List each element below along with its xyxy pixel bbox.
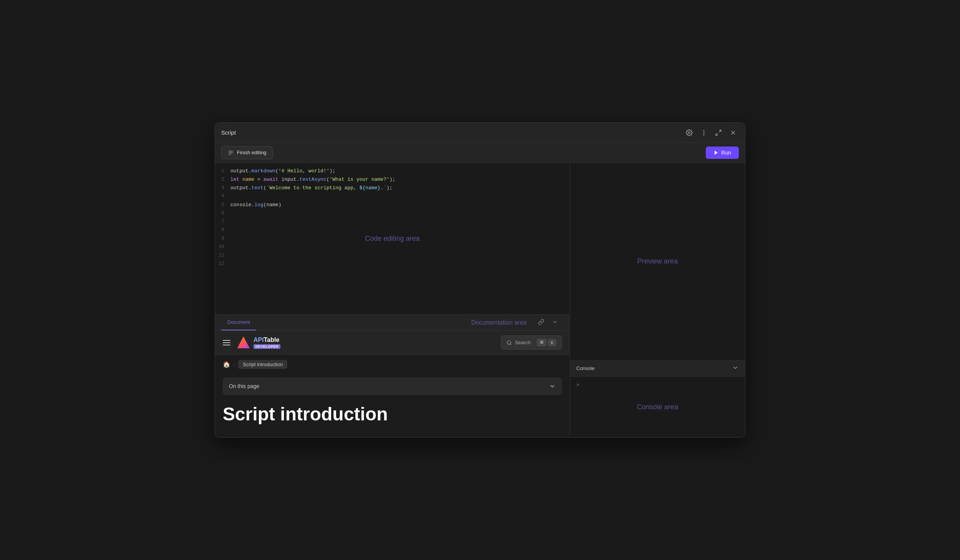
code-line-3: 3 output.text(`Welcome to the scripting … <box>215 184 570 193</box>
chevron-down-icon <box>549 383 556 390</box>
svg-marker-11 <box>715 150 718 155</box>
code-line-12: 12 <box>215 260 570 269</box>
finish-editing-label: Finish editing <box>237 150 267 155</box>
svg-point-3 <box>703 134 705 135</box>
search-key1: ⌘ <box>537 339 547 346</box>
svg-point-2 <box>703 132 705 133</box>
link-icon <box>538 319 544 325</box>
run-label: Run <box>721 150 731 156</box>
code-line-8: 8 <box>215 227 570 235</box>
code-line-11: 11 <box>215 252 570 260</box>
on-this-page-label: On this page <box>229 383 259 389</box>
docs-nav-left: APITable DEVELOPER <box>223 336 280 350</box>
svg-line-5 <box>716 133 718 135</box>
code-editor[interactable]: 1 output.markdown('# Hello, world!'); 2 … <box>215 163 570 314</box>
console-header: Console <box>570 360 745 377</box>
svg-point-1 <box>703 130 705 131</box>
link-button[interactable] <box>536 317 547 329</box>
app-window: Script <box>215 122 745 438</box>
search-key2: K <box>548 339 556 346</box>
expand-button[interactable] <box>713 127 724 138</box>
collapse-docs-button[interactable] <box>550 317 560 329</box>
logo-name: APITable <box>253 337 280 343</box>
titlebar: Script <box>215 123 745 143</box>
docs-tabs: Document Documentation area <box>215 315 570 331</box>
line-num-5: 5 <box>215 202 230 208</box>
chevron-down-icon <box>552 319 558 325</box>
docs-navbar: APITable DEVELOPER Search <box>215 331 570 355</box>
close-button[interactable] <box>727 127 739 138</box>
code-line-5: 5 console.log(name) <box>215 201 570 210</box>
line-num-11: 11 <box>215 253 230 258</box>
code-editor-inner[interactable]: 1 output.markdown('# Hello, world!'); 2 … <box>215 163 570 314</box>
docs-area-label-tab: Documentation area <box>471 319 527 326</box>
console-collapse-button[interactable] <box>732 364 739 372</box>
right-panel: Preview area Console > Console area <box>570 163 745 437</box>
svg-line-4 <box>719 130 721 132</box>
finish-editing-button[interactable]: Finish editing <box>221 146 273 159</box>
on-this-page-section[interactable]: On this page <box>223 377 562 395</box>
breadcrumb-current[interactable]: Script introduction <box>238 360 287 369</box>
chevron-down-icon <box>732 364 739 371</box>
logo-text: APITable DEVELOPER <box>253 337 280 349</box>
code-line-9: 9 <box>215 235 570 243</box>
more-options-button[interactable] <box>698 127 710 138</box>
docs-content[interactable]: APITable DEVELOPER Search <box>215 331 570 437</box>
window-title: Script <box>221 129 236 136</box>
code-line-6: 6 <box>215 210 570 218</box>
titlebar-actions <box>683 127 739 138</box>
console-prompt: > <box>576 382 579 388</box>
docs-panel: Document Documentation area <box>215 314 570 437</box>
svg-point-0 <box>688 132 690 133</box>
search-icon <box>507 340 512 345</box>
line-num-9: 9 <box>215 236 230 241</box>
api-table-logo: APITable DEVELOPER <box>237 336 280 350</box>
line-num-1: 1 <box>215 168 230 174</box>
hamburger-button[interactable] <box>223 340 230 345</box>
line-num-6: 6 <box>215 210 230 216</box>
expand-icon <box>715 129 722 136</box>
lines-icon <box>228 150 234 156</box>
line-num-7: 7 <box>215 219 230 224</box>
logo-api: API <box>253 337 264 343</box>
main-content: 1 output.markdown('# Hello, world!'); 2 … <box>215 163 745 437</box>
line-content-1: output.markdown('# Hello, world!'); <box>230 168 335 174</box>
tab-document[interactable]: Document <box>221 315 256 330</box>
line-num-12: 12 <box>215 261 230 267</box>
close-icon <box>730 129 737 136</box>
svg-point-13 <box>507 340 510 344</box>
console-content[interactable]: > Console area <box>570 377 745 437</box>
breadcrumb-home-icon[interactable]: 🏠 <box>223 361 230 368</box>
console-area-label: Console area <box>637 403 678 411</box>
breadcrumb-separator: › <box>233 362 235 367</box>
code-line-2: 2 let name = await input.textAsync('What… <box>215 176 570 184</box>
line-num-8: 8 <box>215 227 230 233</box>
preview-label: Preview area <box>637 257 678 265</box>
console-panel: Console > Console area <box>570 360 745 437</box>
settings-button[interactable] <box>683 127 695 138</box>
line-num-10: 10 <box>215 244 230 250</box>
line-num-4: 4 <box>215 193 230 199</box>
svg-marker-12 <box>237 336 250 348</box>
docs-actions: Documentation area <box>471 317 563 329</box>
page-heading: Script introduction <box>215 398 570 432</box>
search-keyboard-shortcut: ⌘ K <box>537 339 556 346</box>
svg-line-14 <box>510 343 511 345</box>
logo-table: Table <box>264 337 280 343</box>
line-content-3: output.text(`Welcome to the scripting ap… <box>230 185 392 191</box>
code-line-1: 1 output.markdown('# Hello, world!'); <box>215 167 570 176</box>
search-box[interactable]: Search ⌘ K <box>501 335 562 350</box>
editor-toolbar: Finish editing Run <box>215 143 745 163</box>
play-icon <box>713 150 719 155</box>
gear-icon <box>686 129 693 136</box>
preview-area: Preview area <box>570 163 745 360</box>
line-content-2: let name = await input.textAsync('What i… <box>230 177 395 182</box>
run-button[interactable]: Run <box>706 147 739 159</box>
breadcrumb: 🏠 › Script introduction <box>215 355 570 374</box>
logo-icon <box>237 336 250 350</box>
left-panel: 1 output.markdown('# Hello, world!'); 2 … <box>215 163 570 437</box>
code-line-7: 7 <box>215 218 570 227</box>
code-line-4: 4 <box>215 193 570 201</box>
more-vertical-icon <box>700 129 707 136</box>
line-num-2: 2 <box>215 177 230 182</box>
